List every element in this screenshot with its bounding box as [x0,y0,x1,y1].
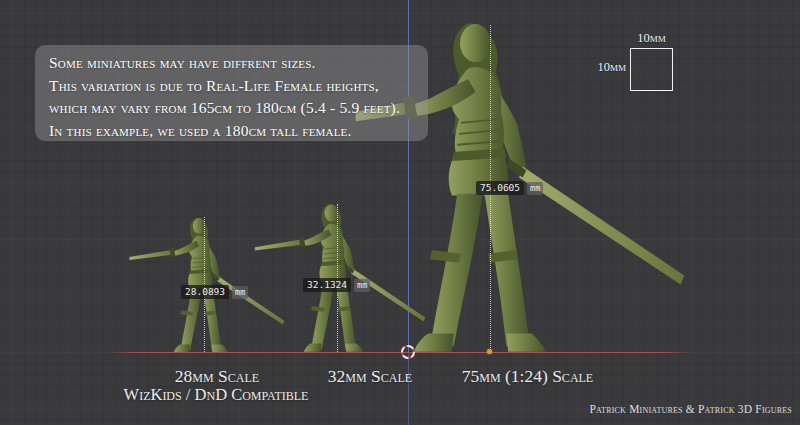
scale-reference-top-label: 10mm [630,31,673,46]
measurement-label-75mm: 75.0605 mm [476,181,543,195]
caption-75mm-scale: 75mm (1:24) Scale [445,366,610,387]
measurement-value: 75.0605 [476,181,524,195]
3d-viewport[interactable]: 28.0893 mm 32.1324 mm 75.0605 mm Some mi… [0,0,800,425]
info-box: Some miniatures may have diffrent sizes.… [35,45,428,141]
info-line: In this example, we used a 180cm tall fe… [49,120,414,143]
measurement-unit: mm [527,182,543,195]
info-line: This variation is due to Real-Life Femal… [49,75,414,98]
3d-cursor-white-ring [401,345,415,359]
measurement-unit: mm [354,279,370,292]
object-origin-dot [487,349,492,354]
credit-text: Patrick Miniatures & Patrick 3D Figures [589,403,792,415]
caption-32mm-scale: 32mm Scale [290,366,450,387]
caption-28mm-compatibility: WizKids / DnD Compatible [96,385,336,405]
measurement-value: 28.0893 [181,285,229,299]
measurement-label-28mm: 28.0893 mm [181,285,248,299]
info-line: which may vary from 165cm to 180cm (5.4 … [49,97,414,120]
caption-28mm-scale: 28mm Scale [137,366,297,387]
scale-reference-square [630,48,673,91]
scale-reference-side-label: 10mm [596,60,626,75]
measurement-label-32mm: 32.1324 mm [303,278,370,292]
measurement-value: 32.1324 [303,278,351,292]
3d-cursor-icon[interactable] [401,345,415,359]
info-line: Some miniatures may have diffrent sizes. [49,52,414,75]
measurement-unit: mm [232,286,248,299]
